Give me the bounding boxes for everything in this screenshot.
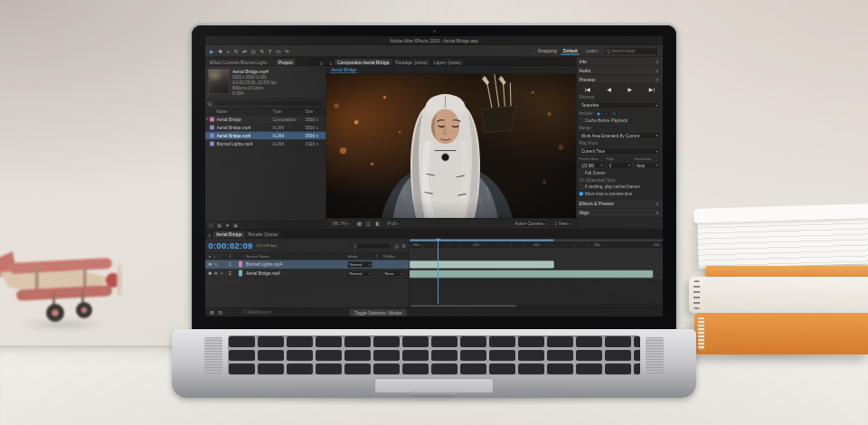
grid-guides-icon[interactable]: ▦ bbox=[357, 221, 362, 227]
panel-menu-icon[interactable]: ≡ bbox=[207, 233, 212, 239]
new-folder-icon[interactable]: ▦ bbox=[217, 222, 222, 228]
project-search-input[interactable] bbox=[216, 101, 321, 107]
clip-bar-blurred-lights[interactable] bbox=[410, 261, 554, 269]
project-item-row-selected[interactable]: Aerial Bridge.mp4 H.264 3500 x bbox=[205, 132, 326, 140]
eye-icon[interactable] bbox=[209, 272, 212, 276]
composition-breadcrumb[interactable]: Aerial Bridge bbox=[330, 67, 358, 72]
audio-icon[interactable] bbox=[214, 272, 218, 276]
zoom-dropdown[interactable]: (66.7%) bbox=[330, 221, 353, 228]
panel-menu-icon[interactable]: ≡ bbox=[655, 211, 660, 216]
solo-icon[interactable] bbox=[221, 272, 224, 276]
panel-menu-icon[interactable]: ≡ bbox=[655, 59, 660, 64]
project-item-row[interactable]: ▸ Aerial Bridge Composition 3500 x bbox=[205, 116, 326, 124]
first-frame-button[interactable]: |◀ bbox=[584, 87, 591, 93]
panel-menu-icon[interactable]: ≡ bbox=[319, 61, 325, 66]
snapping-toggle[interactable]: Snapping bbox=[532, 49, 557, 54]
tab-layer[interactable]: Layer: (none) bbox=[431, 59, 464, 66]
tool-hand-icon[interactable]: ✚ bbox=[218, 48, 222, 53]
tab-composition[interactable]: Composition Aerial Bridge bbox=[335, 59, 392, 66]
checkbox-checked-icon[interactable] bbox=[580, 192, 584, 196]
help-search-box[interactable] bbox=[604, 47, 658, 54]
tool-brush-icon[interactable]: ✏ bbox=[285, 48, 289, 53]
snapping-checkbox[interactable] bbox=[532, 49, 536, 53]
delete-icon[interactable]: ▣ bbox=[233, 222, 238, 228]
composition-mini-flowchart-icon[interactable]: ◎ bbox=[394, 242, 399, 249]
checkbox-icon[interactable] bbox=[580, 184, 584, 189]
tool-selection-icon[interactable]: ▶ bbox=[210, 48, 214, 53]
t-column[interactable]: T bbox=[376, 254, 383, 259]
include-video-icon[interactable]: ▣ bbox=[595, 111, 601, 117]
column-type[interactable]: Type bbox=[273, 109, 306, 114]
graph-editor-icon[interactable]: ▧ bbox=[218, 310, 222, 316]
timeline-search-box[interactable] bbox=[350, 242, 391, 249]
trkmat-select[interactable]: None bbox=[383, 270, 404, 277]
frame-rate-select[interactable]: (23.98) bbox=[580, 162, 606, 169]
layer-row-selected[interactable]: 1 Blurred Lights.mp4 Normal bbox=[205, 260, 410, 269]
source-name-column[interactable]: Source Name bbox=[246, 254, 348, 259]
eye-icon[interactable] bbox=[209, 263, 212, 267]
project-item-row[interactable]: Blurred Lights.mp4 H.264 1920 x bbox=[205, 140, 326, 148]
tool-pen-icon[interactable]: ✎ bbox=[259, 48, 264, 53]
playhead[interactable] bbox=[438, 239, 439, 305]
layer-row[interactable]: 2 Aerial Bridge.mp4 Normal None bbox=[205, 269, 410, 279]
workspace-default[interactable]: Default bbox=[561, 47, 580, 55]
play-cached-frames-checkbox[interactable]: If caching, play cached frames bbox=[580, 184, 661, 189]
tab-timeline-comp[interactable]: Aerial Bridge bbox=[213, 231, 245, 239]
play-from-select[interactable]: Current Time bbox=[580, 148, 661, 156]
resolution-dropdown[interactable]: (Full) bbox=[384, 221, 401, 228]
tab-render-queue[interactable]: Render Queue bbox=[246, 231, 281, 239]
panel-menu-icon[interactable]: ≡ bbox=[655, 68, 660, 73]
include-loop-icon[interactable]: ↻ bbox=[611, 111, 618, 117]
blend-mode-select[interactable]: Normal bbox=[348, 270, 373, 277]
tool-rectangle-icon[interactable]: ▭ bbox=[276, 48, 281, 53]
audio-icon[interactable] bbox=[214, 263, 218, 267]
solo-icon[interactable] bbox=[221, 263, 224, 267]
trkmat-column[interactable]: TrkMat bbox=[383, 254, 410, 259]
panel-menu-icon[interactable]: ≡ bbox=[328, 61, 334, 66]
next-frame-button[interactable]: ▶| bbox=[648, 87, 656, 93]
layer-color-chip[interactable] bbox=[239, 260, 242, 267]
toggle-switches-modes-button[interactable]: Toggle Switches / Modes bbox=[350, 309, 407, 316]
region-of-interest-icon[interactable]: ◧ bbox=[375, 221, 380, 227]
skip-select[interactable]: 0 bbox=[607, 162, 633, 169]
time-ruler[interactable]: :00s 01s 02s 03s 04s bbox=[410, 239, 663, 248]
tab-footage[interactable]: Footage: (none) bbox=[392, 59, 430, 66]
column-size[interactable]: Size bbox=[306, 109, 326, 114]
column-name[interactable]: Name bbox=[205, 109, 273, 114]
current-timecode[interactable]: 0:00:02:09 bbox=[209, 241, 253, 250]
full-screen-checkbox[interactable]: Full Screen bbox=[580, 171, 661, 175]
tab-effect-controls[interactable]: Effect Controls Blurred Lights.mp4 bbox=[207, 59, 275, 66]
include-audio-icon[interactable]: ♪ bbox=[603, 111, 609, 117]
clip-bar-aerial-bridge[interactable] bbox=[410, 270, 653, 278]
previous-frame-button[interactable]: ◀ bbox=[606, 87, 612, 93]
panel-menu-icon[interactable]: ≡ bbox=[655, 77, 660, 82]
shortcut-select[interactable]: Spacebar bbox=[580, 102, 661, 109]
composition-viewport[interactable] bbox=[326, 74, 576, 218]
panel-menu-icon[interactable]: ≡ bbox=[655, 202, 660, 207]
mode-column[interactable]: Mode bbox=[348, 254, 376, 259]
scrollbar-thumb[interactable] bbox=[410, 305, 517, 307]
move-time-checkbox[interactable]: Move time to preview time bbox=[580, 192, 661, 196]
tool-zoom-icon[interactable]: ⌖ bbox=[227, 48, 230, 53]
camera-dropdown[interactable]: Active Camera bbox=[513, 221, 548, 228]
audio-panel-header[interactable]: Audio ≡ bbox=[577, 66, 664, 75]
new-composition-icon[interactable]: ✚ bbox=[225, 222, 229, 228]
timeline-settings-icon[interactable]: ⚙ bbox=[401, 242, 406, 249]
project-item-row[interactable]: Aerial Bridge.mp4 H.264 3500 x bbox=[205, 124, 326, 132]
align-panel-header[interactable]: Align ≡ bbox=[577, 209, 664, 218]
help-search-input[interactable] bbox=[611, 49, 656, 54]
layer-color-chip[interactable] bbox=[239, 269, 242, 276]
cache-before-playback-checkbox[interactable]: Cache Before Playback bbox=[580, 118, 661, 123]
play-button[interactable]: ▶ bbox=[627, 87, 634, 93]
range-select[interactable]: Work Area Extended By Current bbox=[580, 132, 661, 139]
tool-rotate-icon[interactable]: ◎ bbox=[251, 48, 256, 53]
view-layout-dropdown[interactable]: 1 View bbox=[552, 221, 572, 228]
work-area-bar[interactable] bbox=[410, 240, 554, 242]
checkbox-icon[interactable] bbox=[580, 118, 584, 123]
layer-number-column[interactable]: # bbox=[229, 254, 239, 259]
tool-orbit-icon[interactable]: ↻ bbox=[234, 48, 239, 53]
interpret-footage-icon[interactable]: ◫ bbox=[209, 222, 213, 228]
tool-type-icon[interactable]: T bbox=[269, 48, 272, 53]
blend-mode-select[interactable]: Normal bbox=[348, 261, 373, 268]
workspace-learn[interactable]: Learn bbox=[584, 48, 600, 55]
